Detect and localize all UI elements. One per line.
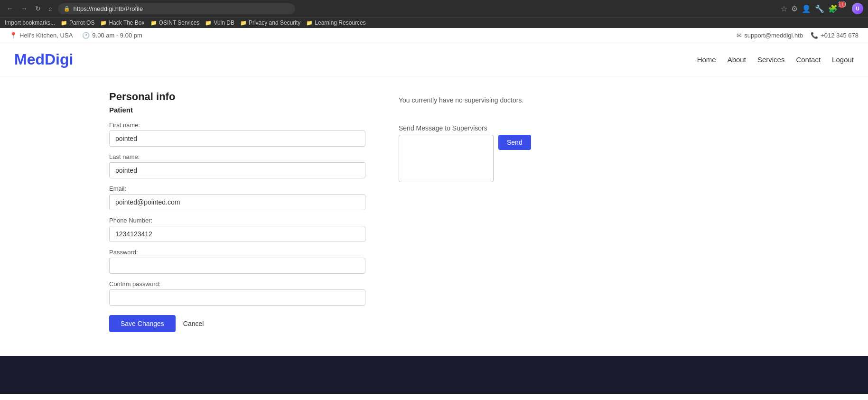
address-bar[interactable]: 🔒 https://meddigi.htb/Profile xyxy=(58,3,295,14)
user-avatar[interactable]: U xyxy=(852,3,863,14)
top-info-left: 📍 Hell's Kitchen, USA 🕐 9.00 am - 9.00 p… xyxy=(9,32,142,39)
confirm-password-label: Confirm password: xyxy=(109,280,370,288)
footer xyxy=(0,356,868,394)
bookmark-parrot[interactable]: 📁 Parrot OS xyxy=(61,19,94,26)
send-message-section: Send Message to Supervisors Send xyxy=(399,124,854,182)
bookmark-import-label: Import bookmarks... xyxy=(5,19,55,26)
password-group: Password: xyxy=(109,249,370,274)
back-button[interactable]: ← xyxy=(5,4,15,13)
first-name-group: First name: xyxy=(109,121,370,147)
main-nav: Home About Services Contact Logout xyxy=(697,56,854,64)
nav-home[interactable]: Home xyxy=(697,56,716,64)
right-sidebar: You currently have no supervising doctor… xyxy=(399,91,854,332)
cancel-button[interactable]: Cancel xyxy=(183,320,204,327)
folder-icon-vuln: 📁 xyxy=(205,20,212,26)
confirm-password-group: Confirm password: xyxy=(109,280,370,306)
email-text: support@meddigi.htb xyxy=(744,32,803,39)
send-message-label: Send Message to Supervisors xyxy=(399,124,854,132)
email-icon: ✉ xyxy=(737,32,742,39)
home-button[interactable]: ⌂ xyxy=(47,4,54,13)
bookmarks-bar: Import bookmarks... 📁 Parrot OS 📁 Hack T… xyxy=(0,17,868,28)
folder-icon-parrot: 📁 xyxy=(61,20,67,26)
bookmark-privacy-label: Privacy and Security xyxy=(249,19,300,26)
email-group: Email: xyxy=(109,185,370,210)
bookmark-privacy[interactable]: 📁 Privacy and Security xyxy=(240,19,300,26)
folder-icon-osint: 📁 xyxy=(150,20,157,26)
folder-icon-learning: 📁 xyxy=(306,20,313,26)
content-area: Personal info Patient First name: Last n… xyxy=(0,76,868,346)
browser-chrome: ← → ↻ ⌂ 🔒 https://meddigi.htb/Profile ☆ … xyxy=(0,0,868,17)
save-changes-button[interactable]: Save Changes xyxy=(109,315,176,332)
confirm-password-input[interactable] xyxy=(109,289,365,306)
extensions-icon[interactable]: ⚙ xyxy=(791,4,798,13)
first-name-input[interactable] xyxy=(109,130,365,147)
forward-button[interactable]: → xyxy=(19,4,29,13)
location-info: 📍 Hell's Kitchen, USA xyxy=(9,32,73,39)
puzzle-icon[interactable]: 🧩 xyxy=(828,4,838,13)
phone-label: Phone Number: xyxy=(109,217,370,224)
bookmark-osint[interactable]: 📁 OSINT Services xyxy=(150,19,200,26)
email-info: ✉ support@meddigi.htb xyxy=(737,32,803,39)
url-text: https://meddigi.htb/Profile xyxy=(73,5,143,12)
bookmark-import[interactable]: Import bookmarks... xyxy=(5,19,55,26)
refresh-button[interactable]: ↻ xyxy=(33,4,43,13)
bookmark-vuln[interactable]: 📁 Vuln DB xyxy=(205,19,234,26)
top-info-bar: 📍 Hell's Kitchen, USA 🕐 9.00 am - 9.00 p… xyxy=(0,28,868,43)
top-info-right: ✉ support@meddigi.htb 📞 +012 345 678 xyxy=(737,32,859,39)
page-title: Personal info xyxy=(109,91,370,103)
message-textarea[interactable] xyxy=(399,135,494,182)
last-name-group: Last name: xyxy=(109,153,370,178)
send-message-area: Send xyxy=(399,135,854,182)
email-input[interactable] xyxy=(109,194,365,210)
location-icon: 📍 xyxy=(9,32,17,39)
nav-logout[interactable]: Logout xyxy=(832,56,854,64)
nav-about[interactable]: About xyxy=(728,56,746,64)
section-subtitle: Patient xyxy=(109,106,370,114)
hours-info: 🕐 9.00 am - 9.00 pm xyxy=(82,32,142,39)
phone-info: 📞 +012 345 678 xyxy=(811,32,859,39)
wrench-icon[interactable]: 🔧 xyxy=(815,4,824,13)
bookmark-htb-label: Hack The Box xyxy=(109,19,144,26)
bookmark-parrot-label: Parrot OS xyxy=(69,19,94,26)
bookmark-learning-label: Learning Resources xyxy=(315,19,365,26)
bookmark-vuln-label: Vuln DB xyxy=(214,19,234,26)
bookmark-learning[interactable]: 📁 Learning Resources xyxy=(306,19,365,26)
profile-form-section: Personal info Patient First name: Last n… xyxy=(109,91,370,332)
logo[interactable]: MedDigi xyxy=(14,51,73,68)
phone-icon: 📞 xyxy=(811,32,818,39)
nav-services[interactable]: Services xyxy=(757,56,785,64)
phone-text: +012 345 678 xyxy=(821,32,859,39)
browser-actions: ☆ ⚙ 👤 🔧 🧩 10 U xyxy=(781,3,863,14)
nav-contact[interactable]: Contact xyxy=(796,56,821,64)
hours-text: 9.00 am - 9.00 pm xyxy=(92,32,142,39)
no-doctors-message: You currently have no supervising doctor… xyxy=(399,95,854,105)
phone-group: Phone Number: xyxy=(109,217,370,242)
password-input[interactable] xyxy=(109,258,365,274)
main-header: MedDigi Home About Services Contact Logo… xyxy=(0,43,868,76)
send-button[interactable]: Send xyxy=(498,135,531,150)
notification-badge: 10 xyxy=(839,1,845,8)
bookmark-osint-label: OSINT Services xyxy=(159,19,200,26)
folder-icon-htb: 📁 xyxy=(100,20,107,26)
folder-icon-privacy: 📁 xyxy=(240,20,247,26)
last-name-input[interactable] xyxy=(109,162,365,178)
form-actions: Save Changes Cancel xyxy=(109,315,370,332)
first-name-label: First name: xyxy=(109,121,370,129)
last-name-label: Last name: xyxy=(109,153,370,160)
star-icon[interactable]: ☆ xyxy=(781,4,787,13)
email-label: Email: xyxy=(109,185,370,192)
password-label: Password: xyxy=(109,249,370,256)
profile-icon[interactable]: 👤 xyxy=(802,4,811,13)
bookmark-htb[interactable]: 📁 Hack The Box xyxy=(100,19,144,26)
phone-input[interactable] xyxy=(109,226,365,242)
clock-icon: 🕐 xyxy=(82,32,90,39)
lock-icon: 🔒 xyxy=(64,6,70,12)
location-text: Hell's Kitchen, USA xyxy=(19,32,73,39)
